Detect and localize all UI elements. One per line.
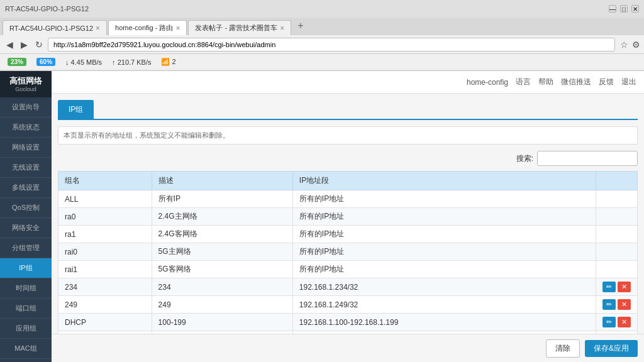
- bookmark-stat-5[interactable]: 📶 2: [158, 57, 178, 67]
- cell-actions: [596, 226, 638, 243]
- table-row: 234 234 192.168.1.234/32 ✏ ✕: [58, 278, 638, 296]
- sidebar-item-ip-group[interactable]: IP组: [0, 258, 52, 278]
- page-tabs: IP组: [58, 100, 638, 120]
- back-button[interactable]: ◀: [4, 38, 16, 51]
- table-row: DHCP 100-199 192.168.1.100-192.168.1.199…: [58, 314, 638, 331]
- new-tab-button[interactable]: +: [292, 20, 308, 35]
- cell-actions: ✏ ✕: [596, 296, 638, 314]
- save-button[interactable]: 保存&应用: [585, 340, 638, 357]
- main-content: home-config 语言 帮助 微信推送 反馈 退出 IP组 本页显示所有的…: [52, 71, 644, 362]
- sidebar-item-app-group[interactable]: 应用组: [0, 319, 52, 339]
- tab-2-label: home-config - 路由: [115, 23, 173, 33]
- minimize-button[interactable]: —: [609, 5, 616, 13]
- sidebar-item-mac-group[interactable]: MAC组: [0, 339, 52, 359]
- tab-1[interactable]: RT-AC54U-GPIO-1-PSG12 ×: [3, 20, 107, 35]
- sidebar-item-url-group[interactable]: 地址组: [0, 359, 52, 362]
- cancel-button[interactable]: 清除: [546, 339, 580, 358]
- sidebar-item-network-security[interactable]: 网络安全: [0, 218, 52, 238]
- sidebar-item-network-settings[interactable]: 网络设置: [0, 138, 52, 158]
- extensions-icon[interactable]: ⚙: [632, 40, 640, 50]
- edit-button[interactable]: ✏: [602, 317, 616, 327]
- sidebar-item-multi-settings[interactable]: 多线设置: [0, 178, 52, 198]
- cell-desc: 5G主网络: [152, 243, 292, 261]
- table-row: 249 249 192.168.1.249/32 ✏ ✕: [58, 296, 638, 314]
- logo-sub: Gocloud: [9, 86, 42, 92]
- cell-actions: ✏ ✕: [596, 314, 638, 331]
- tab-2-close[interactable]: ×: [175, 24, 180, 33]
- cell-ip: 192.168.1.249/32: [292, 296, 596, 314]
- forward-button[interactable]: ▶: [18, 38, 30, 51]
- cell-actions: [596, 261, 638, 278]
- tab-ip-group[interactable]: IP组: [58, 100, 94, 119]
- close-button[interactable]: ✕: [631, 5, 639, 13]
- sidebar-item-qos-control[interactable]: QoS控制: [0, 198, 52, 218]
- search-input[interactable]: [537, 151, 638, 166]
- cell-ip: 所有的IP地址: [292, 243, 596, 261]
- topnav-help[interactable]: 帮助: [538, 77, 553, 87]
- search-bar: 搜索:: [58, 151, 638, 166]
- bookmark-stat-2[interactable]: 60%: [34, 57, 58, 67]
- bookmark-stat-4[interactable]: ↑ 210.7 KB/s: [109, 57, 153, 67]
- sidebar-item-time-group[interactable]: 时间组: [0, 278, 52, 299]
- logo-text: 高恒网络: [9, 76, 42, 86]
- cell-desc: 所有IP: [152, 190, 292, 208]
- cell-name: DHCP: [58, 314, 152, 331]
- delete-button[interactable]: ✕: [618, 282, 631, 292]
- maximize-button[interactable]: □: [620, 5, 628, 13]
- address-input[interactable]: [48, 38, 615, 52]
- sidebar-item-wireless-settings[interactable]: 无线设置: [0, 158, 52, 178]
- cell-actions: [596, 243, 638, 261]
- cell-desc: 2.4G客网络: [152, 226, 292, 243]
- cell-ip: 所有的IP地址: [292, 190, 596, 208]
- tab-3-close[interactable]: ×: [280, 24, 284, 33]
- sidebar-item-setup-guide[interactable]: 设置向导: [0, 97, 52, 118]
- col-ip: IP地址段: [292, 172, 596, 190]
- sidebar: 高恒网络 Gocloud 设置向导 系统状态 网络设置 无线设置 多线设置 Qo…: [0, 71, 52, 362]
- tab-1-close[interactable]: ×: [96, 24, 100, 33]
- topnav-logout[interactable]: 退出: [621, 77, 636, 87]
- sidebar-item-system-status[interactable]: 系统状态: [0, 118, 52, 138]
- stat-badge-2: 60%: [36, 58, 55, 66]
- address-bar: ◀ ▶ ↻ ☆ ⚙: [0, 35, 644, 54]
- cell-actions: ✏ ✕: [596, 278, 638, 296]
- cell-name: ALL: [58, 190, 152, 208]
- tab-3-label: 发表帖子 - 露营技术圈普车: [195, 23, 277, 33]
- sidebar-item-distribution-management[interactable]: 分组管理: [0, 238, 52, 258]
- bookmark-stat-1[interactable]: 23%: [5, 57, 29, 67]
- content-area: IP组 本页显示所有的地址组，系统预定义不能编辑和删除。 搜索: 组名 描述 I…: [52, 94, 644, 334]
- sidebar-logo: 高恒网络 Gocloud: [0, 71, 52, 97]
- tab-3[interactable]: 发表帖子 - 露营技术圈普车 ×: [188, 20, 291, 35]
- tab-1-label: RT-AC54U-GPIO-1-PSG12: [9, 25, 93, 32]
- stat-badge-1: 23%: [8, 58, 26, 66]
- topnav-wechat[interactable]: 微信推送: [561, 77, 591, 87]
- title-bar: RT-AC54U-GPIO-1-PSG12 — □ ✕: [0, 0, 644, 18]
- tab-2[interactable]: home-config - 路由 ×: [108, 20, 187, 35]
- topnav-language[interactable]: 语言: [516, 77, 531, 87]
- search-label: 搜索:: [516, 153, 533, 164]
- window-title: RT-AC54U-GPIO-1-PSG12: [5, 5, 89, 13]
- bookmark-star-icon[interactable]: ☆: [620, 40, 628, 50]
- cell-actions: [596, 190, 638, 208]
- sidebar-item-port-group[interactable]: 端口组: [0, 299, 52, 319]
- table-row: ra1 2.4G客网络 所有的IP地址: [58, 226, 638, 243]
- edit-button[interactable]: ✏: [602, 299, 616, 310]
- topnav-config: home-config: [467, 78, 508, 87]
- cell-actions: [596, 208, 638, 226]
- stat-label-5: 📶 2: [161, 58, 175, 66]
- delete-button[interactable]: ✕: [618, 317, 631, 327]
- stat-label-4: ↑ 210.7 KB/s: [112, 58, 151, 66]
- cell-name: 234: [58, 278, 152, 296]
- edit-button[interactable]: ✏: [602, 282, 616, 292]
- cell-ip: 192.168.1.100-192.168.1.199: [292, 314, 596, 331]
- bookmark-stat-3[interactable]: ↓ 4.45 MB/s: [63, 57, 104, 67]
- cell-desc: 249: [152, 296, 292, 314]
- refresh-button[interactable]: ↻: [33, 38, 45, 51]
- cell-desc: 234: [152, 278, 292, 296]
- col-actions: [596, 172, 638, 190]
- cell-name: rai1: [58, 261, 152, 278]
- topnav-feedback[interactable]: 反馈: [599, 77, 614, 87]
- col-name: 组名: [58, 172, 152, 190]
- cell-ip: 所有的IP地址: [292, 208, 596, 226]
- cell-desc: 5G客网络: [152, 261, 292, 278]
- delete-button[interactable]: ✕: [618, 299, 631, 310]
